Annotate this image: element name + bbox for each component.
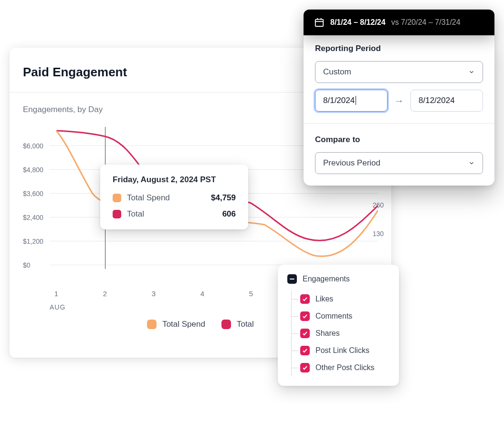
compare-to-select[interactable]: Previous Period xyxy=(315,152,483,174)
x-tick: 4 xyxy=(200,290,204,298)
y-left-tick: $4,800 xyxy=(23,166,48,174)
tooltip-title: Friday, August 2, 2024 PST xyxy=(113,175,236,185)
engagements-root-label: Engagements xyxy=(303,275,350,283)
checkbox-checked-icon xyxy=(300,294,310,304)
start-date-value: 8/1/2024 xyxy=(323,96,355,105)
date-range-secondary: 7/20/24 – 7/31/24 xyxy=(401,18,461,26)
reporting-period-select[interactable]: Custom xyxy=(315,61,483,83)
legend-item: Total xyxy=(221,320,254,329)
end-date-input[interactable]: 8/12/2024 xyxy=(410,90,483,112)
checkbox-checked-icon xyxy=(300,329,310,338)
tooltip-row: Total Spend $4,759 xyxy=(113,193,236,203)
engagement-option-label: Likes xyxy=(315,295,333,303)
y-left-tick: $1,200 xyxy=(23,238,48,245)
y-left-tick: $2,400 xyxy=(23,214,48,221)
chevron-down-icon xyxy=(468,69,475,75)
checkbox-checked-icon xyxy=(300,363,310,372)
compare-to-label: Compare to xyxy=(315,135,483,145)
engagement-option[interactable]: Shares xyxy=(292,325,389,342)
y-left-tick: $6,000 xyxy=(23,142,48,150)
legend-label: Total Spend xyxy=(162,320,205,329)
select-value: Previous Period xyxy=(323,158,380,168)
engagements-filter-card: Engagements Likes Comments Shares Post L… xyxy=(278,265,399,386)
legend-swatch xyxy=(147,320,157,329)
tooltip-swatch xyxy=(113,194,121,202)
reporting-period-label: Reporting Period xyxy=(315,44,483,53)
engagement-option[interactable]: Comments xyxy=(292,308,389,325)
tooltip-row: Total 606 xyxy=(113,209,236,219)
engagement-option[interactable]: Post Link Clicks xyxy=(292,342,389,359)
tooltip-label: Total Spend xyxy=(127,193,205,203)
x-month-label: AUG xyxy=(50,303,65,311)
x-tick: 3 xyxy=(152,290,156,298)
legend-swatch xyxy=(221,320,231,329)
engagement-option-label: Comments xyxy=(315,312,352,321)
arrow-right-icon: → xyxy=(394,95,404,106)
y-left-tick: $3,600 xyxy=(23,190,48,197)
engagements-root[interactable]: Engagements xyxy=(287,274,389,284)
checkbox-checked-icon xyxy=(300,311,310,321)
tooltip-label: Total xyxy=(127,209,217,219)
legend-item: Total Spend xyxy=(147,320,205,329)
legend-label: Total xyxy=(237,320,254,329)
checkbox-indeterminate-icon xyxy=(287,274,297,284)
engagements-tree: Likes Comments Shares Post Link Clicks O… xyxy=(291,290,389,376)
y-left-tick: $0 xyxy=(23,261,48,269)
engagement-option-label: Post Link Clicks xyxy=(315,346,369,355)
tooltip-swatch xyxy=(113,210,121,218)
svg-rect-0 xyxy=(315,20,324,27)
chart-tooltip: Friday, August 2, 2024 PST Total Spend $… xyxy=(100,165,248,229)
date-range-pill[interactable]: 8/1/24 – 8/12/24 vs 7/20/24 – 7/31/24 xyxy=(304,10,494,35)
x-tick: 5 xyxy=(249,290,253,298)
compare-to-section: Compare to Previous Period xyxy=(304,123,494,186)
checkbox-checked-icon xyxy=(300,346,310,355)
end-date-value: 8/12/2024 xyxy=(419,96,455,105)
x-tick: 2 xyxy=(103,290,107,298)
engagement-option[interactable]: Likes xyxy=(292,290,389,308)
tooltip-value: $4,759 xyxy=(211,193,236,203)
select-value: Custom xyxy=(323,67,351,77)
chevron-down-icon xyxy=(468,160,475,166)
reporting-period-section: Reporting Period Custom 8/1/2024 → 8/12/… xyxy=(304,32,494,123)
engagement-option[interactable]: Other Post Clicks xyxy=(292,359,389,376)
start-date-input[interactable]: 8/1/2024 xyxy=(315,90,388,112)
tooltip-value: 606 xyxy=(222,209,236,219)
x-tick: 1 xyxy=(54,290,58,298)
calendar-icon xyxy=(314,17,325,28)
date-range-inputs: 8/1/2024 → 8/12/2024 xyxy=(315,90,483,112)
engagement-option-label: Shares xyxy=(315,329,340,338)
engagement-option-label: Other Post Clicks xyxy=(315,363,375,372)
date-range-primary: 8/1/24 – 8/12/24 xyxy=(330,18,386,27)
date-range-panel: Reporting Period Custom 8/1/2024 → 8/12/… xyxy=(304,32,494,186)
date-range-vs: vs xyxy=(391,18,399,26)
